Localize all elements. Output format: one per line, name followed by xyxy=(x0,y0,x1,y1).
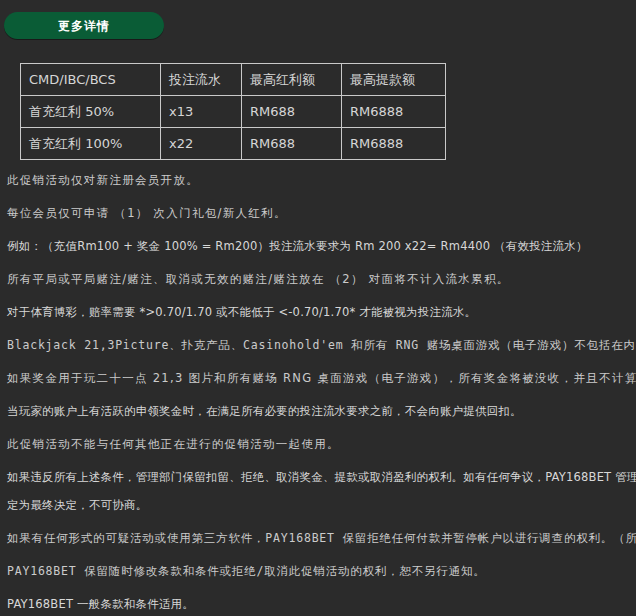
cell-bonus-name: 首充红利 50% xyxy=(21,96,161,128)
cell-turnover: x22 xyxy=(161,128,242,160)
term-general-terms-apply: PAY168BET 一般条款和条件适用。 xyxy=(7,590,636,616)
cell-max-bonus: RM688 xyxy=(242,96,342,128)
term-violation-rights: 如果违反所有上述条件，管理部门保留扣留、拒绝、取消奖金、提款或取消盈利的权利。如… xyxy=(7,463,636,519)
term-suspicious-activity: 如果有任何形式的可疑活动或使用第三方软件，PAY168BET 保留拒绝任何付款并… xyxy=(7,524,636,552)
term-forfeit-winnings: 如果奖金用于玩二十一点 21,3 图片和所有赌场 RNG 桌面游戏（电子游戏），… xyxy=(7,364,636,392)
table-header-max-bonus: 最高红利额 xyxy=(242,64,342,96)
cell-max-withdrawal: RM6888 xyxy=(342,96,446,128)
cell-max-withdrawal: RM6888 xyxy=(342,128,446,160)
term-rebate-hold: 当玩家的账户上有活跃的申领奖金时，在满足所有必要的投注流水要求之前，不会向账户提… xyxy=(7,397,636,425)
table-header-provider: CMD/IBC/BCS xyxy=(21,64,161,96)
table-row: 首充红利 50% x13 RM688 RM6888 xyxy=(21,96,446,128)
table-header-max-withdrawal: 最高提款额 xyxy=(342,64,446,96)
term-void-bets: 所有平局或平局赌注/赌注、取消或无效的赌注/赌注放在 （2） 对面将不计入流水累… xyxy=(7,265,636,293)
table-header-row: CMD/IBC/BCS 投注流水 最高红利额 最高提款额 xyxy=(21,64,446,96)
term-not-combinable: 此促销活动不能与任何其他正在进行的促销活动一起使用。 xyxy=(7,430,636,458)
terms-list: 此促销活动仅对新注册会员开放。 每位会员仅可申请 （1） 次入门礼包/新人红利。… xyxy=(7,166,636,616)
term-excluded-games: Blackjack 21,3Picture、扑克产品、Casinohold'em… xyxy=(7,331,636,359)
term-one-claim-limit: 每位会员仅可申请 （1） 次入门礼包/新人红利。 xyxy=(7,199,636,227)
more-details-button[interactable]: 更多详情 xyxy=(4,12,164,39)
term-new-members-only: 此促销活动仅对新注册会员开放。 xyxy=(7,166,636,194)
table-header-turnover: 投注流水 xyxy=(161,64,242,96)
term-modify-rights: PAY168BET 保留随时修改条款和条件或拒绝/取消此促销活动的权利，恕不另行… xyxy=(7,557,636,585)
cell-bonus-name: 首充红利 100% xyxy=(21,128,161,160)
bonus-table: CMD/IBC/BCS 投注流水 最高红利额 最高提款额 首充红利 50% x1… xyxy=(20,63,446,160)
term-sports-odds: 对于体育博彩，赔率需要 *>0.70/1.70 或不能低于 <-0.70/1.7… xyxy=(7,298,636,326)
term-example-calculation: 例如：（充值Rm100 + 奖金 100% = Rm200）投注流水要求为 Rm… xyxy=(7,232,636,260)
table-row: 首充红利 100% x22 RM688 RM6888 xyxy=(21,128,446,160)
cell-max-bonus: RM688 xyxy=(242,128,342,160)
cell-turnover: x13 xyxy=(161,96,242,128)
